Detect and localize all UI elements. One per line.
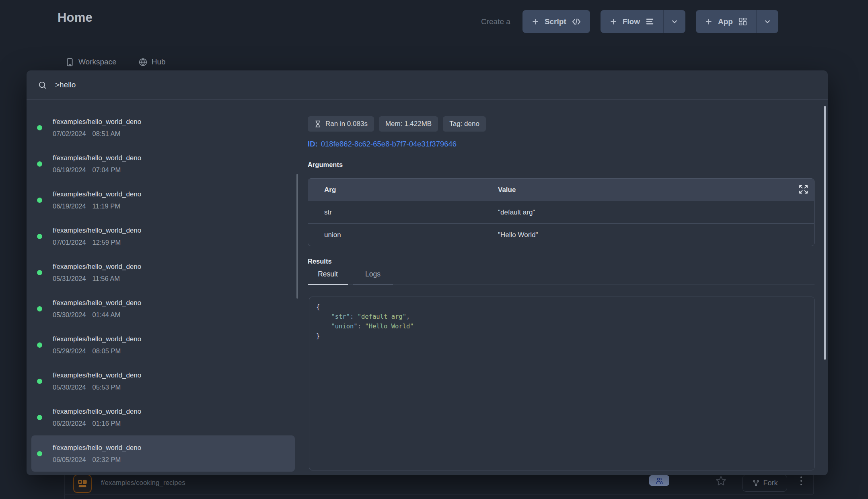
create-app-main[interactable]: App: [696, 10, 756, 33]
argument-value: "default arg": [498, 208, 535, 217]
bg-card-left-border: [64, 475, 65, 499]
run-date: 06/19/2024: [53, 166, 86, 174]
plus-icon: [609, 18, 617, 26]
runs-list-scrollbar[interactable]: [296, 174, 298, 299]
tab-workspace-label: Workspace: [78, 58, 117, 66]
create-script-button[interactable]: Script: [522, 10, 590, 33]
json-line: "str": "default arg",: [316, 312, 807, 322]
clipped-run-time: 06:07 PM: [93, 100, 121, 102]
chevron-down-icon: [763, 18, 771, 26]
create-app-dropdown[interactable]: [756, 10, 778, 33]
run-list-item[interactable]: f/examples/hello_world_deno05/30/202405:…: [31, 363, 295, 399]
clipped-run-row: 07/03/2024 06:07 PM: [31, 100, 295, 109]
run-list-item[interactable]: f/examples/hello_world_deno07/02/202408:…: [31, 109, 295, 146]
building-icon: [66, 58, 74, 66]
run-path: f/examples/hello_world_deno: [53, 408, 141, 416]
tab-logs[interactable]: Logs: [353, 270, 393, 285]
create-prefix-label: Create a: [481, 17, 510, 26]
json-line: "union": "Hello World": [316, 322, 807, 331]
argument-value: "Hello World": [498, 231, 538, 239]
run-list-item[interactable]: f/examples/hello_world_deno05/30/202401:…: [31, 291, 295, 327]
tab-result[interactable]: Result: [308, 270, 348, 285]
run-time: 05:53 PM: [93, 384, 121, 391]
detail-panel-scrollbar[interactable]: [824, 106, 826, 360]
run-time: 07:04 PM: [93, 166, 121, 174]
plus-icon: [705, 18, 713, 26]
col-header-arg: Arg: [308, 186, 498, 194]
result-json-viewer[interactable]: { "str": "default arg", "union": "Hello …: [309, 297, 815, 470]
run-list-item[interactable]: f/examples/hello_world_deno06/05/202402:…: [31, 435, 295, 472]
run-search-modal: 07/03/2024 06:07 PM f/examples/hello_wor…: [27, 70, 828, 475]
run-path: f/examples/hello_world_deno: [53, 190, 141, 198]
tag-badge-label: Tag: deno: [449, 120, 479, 128]
run-time: 02:32 PM: [93, 456, 121, 464]
fork-button-label: Fork: [763, 479, 778, 487]
clipped-run-date: 07/03/2024: [53, 100, 86, 102]
app-item-icon: [73, 474, 92, 493]
layout-grid-icon: [738, 17, 747, 26]
create-flow-label: Flow: [623, 17, 640, 26]
run-date: 05/30/2024: [53, 311, 86, 319]
run-list-item[interactable]: f/examples/hello_world_deno06/19/202411:…: [31, 182, 295, 218]
json-line: {: [316, 302, 807, 312]
run-list-item[interactable]: f/examples/hello_world_deno05/31/202411:…: [31, 254, 295, 291]
memory-badge-label: Mem: 1.422MB: [385, 120, 432, 128]
expand-icon[interactable]: [798, 184, 808, 194]
run-date: 06/05/2024: [53, 456, 86, 464]
users-badge[interactable]: [649, 475, 669, 486]
tab-hub[interactable]: Hub: [139, 58, 166, 66]
run-time: 08:51 AM: [93, 130, 121, 138]
run-id-value: 018fe862-8c62-65e8-b7f7-04e31f379646: [321, 140, 457, 148]
run-path: f/examples/hello_world_deno: [53, 371, 141, 379]
status-dot-success: [37, 270, 42, 275]
run-date: 05/31/2024: [53, 275, 86, 282]
duration-badge-label: Ran in 0.083s: [325, 120, 368, 128]
search-input[interactable]: [55, 80, 817, 89]
create-script-label: Script: [545, 17, 566, 26]
bg-item-path[interactable]: f/examples/cooking_recipes: [101, 479, 185, 487]
globe-icon: [139, 58, 147, 66]
run-date: 05/29/2024: [53, 347, 86, 355]
status-dot-success: [37, 125, 42, 130]
create-flow-dropdown[interactable]: [663, 10, 685, 33]
run-time: 11:19 PM: [93, 202, 120, 210]
run-list-item[interactable]: f/examples/hello_world_deno06/20/202401:…: [31, 399, 295, 435]
fork-button[interactable]: Fork: [743, 474, 787, 492]
plus-icon: [531, 18, 539, 26]
status-dot-success: [37, 234, 42, 239]
create-flow-button: Flow: [601, 10, 685, 33]
kebab-menu-icon[interactable]: [797, 476, 805, 485]
create-flow-main[interactable]: Flow: [601, 10, 663, 33]
run-list-item[interactable]: f/examples/hello_world_deno06/19/202407:…: [31, 146, 295, 182]
run-path: f/examples/hello_world_deno: [53, 444, 141, 452]
run-list-item[interactable]: f/examples/hello_world_deno07/01/202412:…: [31, 218, 295, 254]
run-list-item[interactable]: f/examples/hello_world_deno05/29/202408:…: [31, 327, 295, 363]
run-time: 11:56 AM: [93, 275, 120, 282]
status-dot-success: [37, 198, 42, 203]
status-dot-success: [37, 451, 42, 456]
argument-row: union"Hello World": [308, 223, 814, 246]
results-label: Results: [308, 258, 332, 265]
flow-list-icon: [645, 17, 654, 26]
users-icon: [656, 477, 663, 485]
create-app-label: App: [718, 17, 733, 26]
memory-badge: Mem: 1.422MB: [379, 116, 438, 132]
run-id-label: ID:: [308, 140, 318, 148]
results-tabs: Result Logs: [308, 270, 815, 285]
hourglass-icon: [314, 120, 321, 128]
run-id[interactable]: ID:018fe862-8c62-65e8-b7f7-04e31f379646: [308, 140, 457, 148]
create-button-group: Create a Script Flow: [481, 10, 778, 33]
workspace-hub-tabs: Workspace Hub: [66, 58, 166, 66]
arguments-label: Arguments: [308, 161, 343, 169]
run-path: f/examples/hello_world_deno: [53, 263, 141, 271]
tab-workspace[interactable]: Workspace: [66, 58, 117, 66]
git-fork-icon: [752, 479, 760, 487]
run-date: 06/19/2024: [53, 202, 86, 210]
run-date: 07/02/2024: [53, 130, 86, 138]
run-time: 01:44 AM: [93, 311, 121, 319]
arguments-table-body: str"default arg"union"Hello World": [308, 201, 814, 246]
home-page: Home Create a Script Flow: [0, 0, 868, 499]
status-dot-success: [37, 342, 42, 348]
star-icon[interactable]: [716, 475, 726, 486]
status-dot-success: [37, 306, 42, 311]
